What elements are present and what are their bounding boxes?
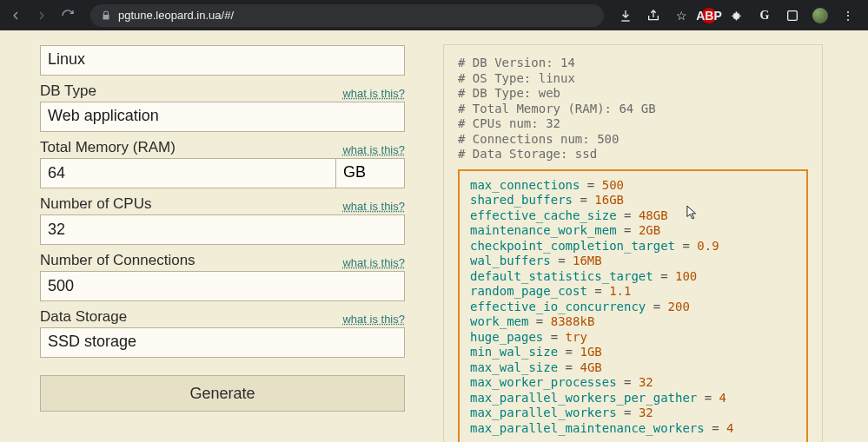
data-storage-field: Data Storage what is this? SSD storage <box>40 308 405 358</box>
comment-line: # OS Type: linux <box>458 71 808 87</box>
data-storage-select[interactable]: SSD storage <box>40 327 405 358</box>
toolbar-right: ☆ ABP G ⋮ <box>618 8 861 23</box>
config-line: max_connections = 500 <box>470 178 796 194</box>
config-line: max_wal_size = 4GB <box>470 360 796 376</box>
os-type-select[interactable]: Linux <box>40 45 405 76</box>
output-box: # DB Version: 14# OS Type: linux# DB Typ… <box>443 44 823 442</box>
cpus-field: Number of CPUs what is this? <box>40 195 405 245</box>
lock-icon <box>101 10 111 21</box>
output-panel: # DB Version: 14# OS Type: linux# DB Typ… <box>443 30 828 442</box>
google-g-icon[interactable]: G <box>757 8 772 23</box>
config-line: random_page_cost = 1.1 <box>470 284 796 300</box>
db-type-label: DB Type <box>40 82 96 100</box>
total-memory-label: Total Memory (RAM) <box>40 139 176 156</box>
svg-rect-0 <box>788 10 798 20</box>
install-app-icon[interactable] <box>618 8 633 23</box>
bookmark-icon[interactable]: ☆ <box>673 8 689 23</box>
connections-label: Number of Connections <box>40 252 195 269</box>
os-type-field: OS Type what is this? Linux <box>40 30 405 76</box>
comment-line: # Connections num: 500 <box>458 132 808 148</box>
extensions-icon[interactable] <box>729 8 745 23</box>
db-type-select[interactable]: Web application <box>40 102 405 132</box>
back-button[interactable] <box>7 7 24 24</box>
config-line: max_worker_processes = 32 <box>470 375 796 391</box>
profile-avatar[interactable] <box>812 8 828 23</box>
comment-line: # DB Type: web <box>458 86 808 102</box>
data-storage-help-link[interactable]: what is this? <box>342 313 405 326</box>
config-line: max_parallel_workers_per_gather = 4 <box>470 391 796 406</box>
total-memory-field: Total Memory (RAM) what is this? GB <box>40 139 405 188</box>
config-comments: # DB Version: 14# OS Type: linux# DB Typ… <box>458 56 808 162</box>
menu-icon[interactable]: ⋮ <box>840 8 856 23</box>
cpus-input[interactable] <box>40 214 405 245</box>
config-line: huge_pages = try <box>470 330 796 346</box>
forward-button[interactable] <box>33 7 50 24</box>
config-line: effective_cache_size = 48GB <box>470 208 796 224</box>
address-bar[interactable]: pgtune.leopard.in.ua/#/ <box>90 4 604 27</box>
page-body: OS Type what is this? Linux DB Type what… <box>0 30 868 442</box>
config-line: max_parallel_workers = 32 <box>470 406 796 421</box>
config-line: shared_buffers = 16GB <box>470 193 796 208</box>
connections-input[interactable] <box>40 271 405 301</box>
config-line: maintenance_work_mem = 2GB <box>470 223 796 239</box>
os-type-label: OS Type <box>40 35 97 36</box>
cpus-help-link[interactable]: what is this? <box>342 200 405 213</box>
config-line: default_statistics_target = 100 <box>470 269 796 285</box>
generate-button[interactable]: Generate <box>40 375 405 412</box>
total-memory-input[interactable] <box>40 158 335 188</box>
tabs-icon[interactable] <box>785 8 800 23</box>
memory-unit-select[interactable]: GB <box>335 158 405 188</box>
config-settings: max_connections = 500shared_buffers = 16… <box>458 169 808 443</box>
share-icon[interactable] <box>646 8 661 23</box>
config-line: min_wal_size = 1GB <box>470 345 796 360</box>
db-type-field: DB Type what is this? Web application <box>40 82 405 132</box>
config-line: max_parallel_maintenance_workers = 4 <box>470 421 796 437</box>
cpus-label: Number of CPUs <box>40 195 151 213</box>
comment-line: # DB Version: 14 <box>458 56 808 71</box>
form-panel: OS Type what is this? Linux DB Type what… <box>40 30 405 442</box>
comment-line: # Data Storage: ssd <box>458 147 808 162</box>
config-line: checkpoint_completion_target = 0.9 <box>470 239 796 254</box>
browser-toolbar: pgtune.leopard.in.ua/#/ ☆ ABP G ⋮ <box>0 0 868 30</box>
comment-line: # CPUs num: 32 <box>458 116 808 132</box>
db-type-help-link[interactable]: what is this? <box>342 87 405 100</box>
connections-help-link[interactable]: what is this? <box>342 256 405 269</box>
abp-extension-icon[interactable]: ABP <box>701 8 717 23</box>
url-text: pgtune.leopard.in.ua/#/ <box>118 9 234 22</box>
total-memory-help-link[interactable]: what is this? <box>342 143 405 156</box>
reload-button[interactable] <box>59 7 76 24</box>
data-storage-label: Data Storage <box>40 308 127 326</box>
comment-line: # Total Memory (RAM): 64 GB <box>458 102 808 117</box>
config-line: work_mem = 8388kB <box>470 314 796 330</box>
config-line: wal_buffers = 16MB <box>470 254 796 269</box>
config-line: effective_io_concurrency = 200 <box>470 300 796 315</box>
connections-field: Number of Connections what is this? <box>40 252 405 301</box>
